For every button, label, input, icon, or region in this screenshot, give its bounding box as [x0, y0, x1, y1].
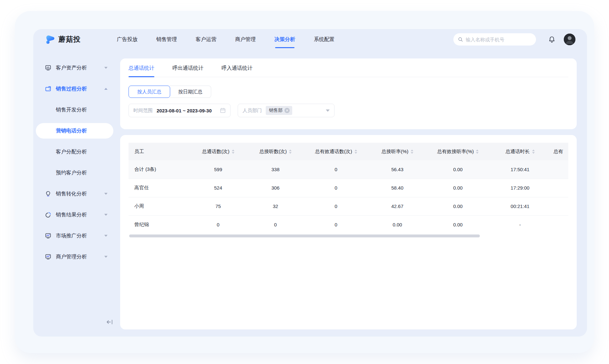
table-card: 员工 总通话数(次) 总接听数(次) 总有效通话数(次)	[120, 135, 577, 329]
brand: 蘑菇投	[45, 34, 81, 45]
cell-value: 0	[304, 179, 367, 197]
cell-value: -	[489, 215, 552, 234]
cell-value: 75	[190, 197, 246, 215]
nav-item-ads[interactable]: 广告投放	[117, 34, 138, 45]
toggle-by-person[interactable]: 按人员汇总	[129, 86, 170, 98]
table-row: 曾纪锦 0 0 0 0.00 0.00 -	[129, 215, 568, 234]
cell-value: 338	[246, 160, 304, 179]
dropdown-caret-icon	[326, 109, 330, 112]
sidebar-label: 销售过程分析	[56, 86, 104, 92]
sidebar-item-appointment-customers[interactable]: 预约客户分析	[36, 165, 113, 181]
brand-name: 蘑菇投	[58, 35, 81, 44]
sidebar-item-customer-assets[interactable]: 客户资产分析	[36, 60, 113, 76]
table-row-total: 合计 (3条) 599 338 0 56.43 0.00 17:50:41	[129, 160, 568, 179]
sort-icon[interactable]	[411, 150, 413, 154]
sidebar-item-sales-results[interactable]: 销售结果分析	[36, 207, 113, 223]
table-scroll-area[interactable]: 员工 总通话数(次) 总接听数(次) 总有效通话数(次)	[129, 143, 568, 234]
table-row: 小周 75 32 0 42.67 0.00 00:21:41	[129, 197, 568, 215]
cell-value: 32	[246, 197, 304, 215]
sidebar-item-marketing-calls[interactable]: 营销电话分析	[36, 123, 113, 139]
sidebar-item-market-promotion[interactable]: 市场推广分析	[36, 228, 113, 244]
cell-value: 0.00	[427, 215, 489, 234]
search-input[interactable]	[466, 37, 532, 42]
tab-total-calls[interactable]: 总通话统计	[129, 65, 154, 77]
cell-value: 17:29:00	[489, 179, 552, 197]
table-row: 高官任 524 306 0 58.40 0.00 17:29:00	[129, 179, 568, 197]
toggle-by-date[interactable]: 按日期汇总	[170, 86, 211, 98]
sort-icon[interactable]	[476, 150, 479, 154]
sidebar-item-customer-allocation[interactable]: 客户分配分析	[36, 144, 113, 160]
nav-item-sales[interactable]: 销售管理	[156, 34, 177, 45]
tab-inbound-calls[interactable]: 呼入通话统计	[222, 65, 253, 77]
sidebar-label: 销售开发分析	[56, 107, 113, 113]
monitor-chart-icon	[45, 65, 51, 71]
col-total-valid-calls: 总有效通话数(次)	[304, 143, 367, 160]
scrollbar-thumb[interactable]	[129, 234, 480, 237]
cell-employee: 曾纪锦	[129, 215, 190, 234]
sidebar-item-sales-process[interactable]: 销售过程分析	[36, 81, 113, 97]
monitor-trend-icon	[45, 254, 51, 260]
sidebar-label: 预约客户分析	[56, 170, 113, 176]
col-clipped: 总有	[552, 143, 568, 160]
sort-icon[interactable]	[232, 150, 234, 154]
department-label: 人员部门	[243, 108, 262, 114]
nav-item-customer-ops[interactable]: 客户运营	[196, 34, 216, 45]
department-select[interactable]: 人员部门 销售部 ✕	[238, 104, 335, 117]
app-window: 蘑菇投 广告投放 销售管理 客户运营 商户管理 决策分析 系统配置	[33, 29, 587, 337]
chevron-down-icon	[104, 193, 108, 195]
cell-employee: 合计 (3条)	[129, 160, 190, 179]
cell-value: 0.00	[427, 197, 489, 215]
sidebar-label: 市场推广分析	[56, 233, 104, 239]
col-valid-answer-rate: 总有效接听率(%)	[427, 143, 489, 160]
chevron-up-icon	[104, 88, 108, 90]
call-stats-table: 员工 总通话数(次) 总接听数(次) 总有效通话数(次)	[129, 143, 568, 234]
cell-value	[552, 215, 568, 234]
sidebar-item-merchant-management[interactable]: 商户管理分析	[36, 249, 113, 265]
cell-value: 17:50:41	[489, 160, 552, 179]
sidebar-label: 销售转化分析	[56, 191, 104, 197]
sort-icon[interactable]	[532, 150, 535, 154]
cell-employee: 小周	[129, 197, 190, 215]
cell-value: 0	[304, 215, 367, 234]
chevron-down-icon	[104, 67, 108, 69]
col-employee: 员工	[129, 143, 190, 160]
sidebar: 客户资产分析 销售过程分析 销售开发分析 营销电话分析	[36, 60, 113, 265]
cell-value: 0.00	[367, 215, 427, 234]
global-search[interactable]	[453, 33, 536, 46]
stat-tabs: 总通话统计 呼出通话统计 呼入通话统计	[129, 65, 568, 77]
sidebar-item-sales-development[interactable]: 销售开发分析	[36, 102, 113, 118]
monitor-trend-icon	[45, 233, 51, 239]
user-avatar[interactable]	[564, 34, 575, 45]
notification-bell-icon[interactable]	[548, 36, 555, 43]
cell-value	[552, 160, 568, 179]
sort-icon[interactable]	[289, 150, 292, 154]
chevron-down-icon	[104, 256, 108, 258]
date-range-label: 时间范围	[133, 108, 153, 114]
sidebar-collapse-icon[interactable]	[106, 318, 114, 326]
nav-item-system-config[interactable]: 系统配置	[314, 34, 335, 45]
sidebar-item-sales-conversion[interactable]: 销售转化分析	[36, 186, 113, 202]
sidebar-label: 商户管理分析	[56, 254, 104, 260]
col-total-duration: 总通话时长	[489, 143, 552, 160]
cell-value: 0	[190, 215, 246, 234]
lightbulb-icon	[45, 191, 51, 197]
tab-outbound-calls[interactable]: 呼出通话统计	[172, 65, 203, 77]
horizontal-scrollbar	[129, 234, 568, 238]
sort-icon[interactable]	[355, 150, 357, 154]
chevron-down-icon	[104, 235, 108, 237]
cell-value: 0	[246, 215, 304, 234]
tag-remove-icon[interactable]: ✕	[284, 108, 290, 113]
cell-value: 56.43	[367, 160, 427, 179]
search-icon	[458, 37, 463, 42]
nav-item-decision-analysis[interactable]: 决策分析	[274, 34, 295, 45]
date-range-value: 2023-08-01 ~ 2023-09-30	[157, 108, 212, 113]
filter-card: 总通话统计 呼出通话统计 呼入通话统计 按人员汇总 按日期汇总 时间范围 202…	[120, 58, 577, 129]
cell-value: 306	[246, 179, 304, 197]
cell-value: 0	[304, 197, 367, 215]
col-answer-rate: 总接听率(%)	[367, 143, 427, 160]
sidebar-label: 营销电话分析	[56, 128, 113, 134]
nav-item-merchant[interactable]: 商户管理	[235, 34, 256, 45]
cell-value: 42.67	[367, 197, 427, 215]
date-range-picker[interactable]: 时间范围 2023-08-01 ~ 2023-09-30	[129, 104, 231, 117]
sidebar-label: 客户分配分析	[56, 149, 113, 155]
